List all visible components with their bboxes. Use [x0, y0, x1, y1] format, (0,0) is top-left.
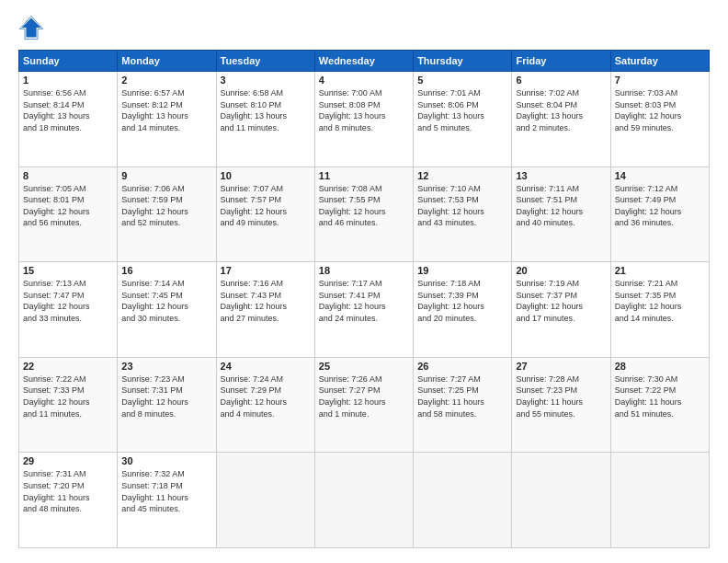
calendar-cell: 2Sunrise: 6:57 AMSunset: 8:12 PMDaylight…: [118, 72, 216, 167]
day-info: Sunrise: 7:19 AMSunset: 7:37 PMDaylight:…: [516, 278, 606, 324]
calendar-cell: 30Sunrise: 7:32 AMSunset: 7:18 PMDayligh…: [118, 453, 216, 548]
day-info: Sunrise: 7:30 AMSunset: 7:22 PMDaylight:…: [615, 373, 705, 419]
day-number: 13: [516, 170, 606, 181]
calendar-cell: 13Sunrise: 7:11 AMSunset: 7:51 PMDayligh…: [512, 167, 610, 262]
day-info: Sunrise: 7:08 AMSunset: 7:55 PMDaylight:…: [319, 183, 409, 229]
day-info: Sunrise: 6:56 AMSunset: 8:14 PMDaylight:…: [23, 87, 113, 133]
day-info: Sunrise: 7:18 AMSunset: 7:39 PMDaylight:…: [417, 278, 507, 324]
day-number: 7: [615, 75, 705, 86]
day-info: Sunrise: 7:22 AMSunset: 7:33 PMDaylight:…: [23, 373, 113, 419]
logo-icon: [18, 15, 44, 40]
calendar-table: Sunday Monday Tuesday Wednesday Thursday…: [18, 50, 710, 548]
header: [18, 15, 710, 40]
col-tuesday: Tuesday: [216, 51, 314, 72]
calendar-row: 29Sunrise: 7:31 AMSunset: 7:20 PMDayligh…: [19, 453, 710, 548]
calendar-cell: 29Sunrise: 7:31 AMSunset: 7:20 PMDayligh…: [19, 453, 118, 548]
col-friday: Friday: [512, 51, 610, 72]
day-number: 29: [23, 455, 113, 466]
header-row: Sunday Monday Tuesday Wednesday Thursday…: [19, 51, 710, 72]
day-info: Sunrise: 7:32 AMSunset: 7:18 PMDaylight:…: [121, 468, 211, 514]
day-info: Sunrise: 7:14 AMSunset: 7:45 PMDaylight:…: [121, 278, 211, 324]
day-number: 22: [23, 361, 113, 372]
day-info: Sunrise: 7:31 AMSunset: 7:20 PMDaylight:…: [23, 468, 113, 514]
calendar-cell: 1Sunrise: 6:56 AMSunset: 8:14 PMDaylight…: [19, 72, 118, 167]
day-number: 26: [417, 361, 507, 372]
col-saturday: Saturday: [610, 51, 709, 72]
calendar-cell: 7Sunrise: 7:03 AMSunset: 8:03 PMDaylight…: [610, 72, 709, 167]
day-info: Sunrise: 7:23 AMSunset: 7:31 PMDaylight:…: [121, 373, 211, 419]
calendar-cell: [512, 453, 610, 548]
day-info: Sunrise: 7:16 AMSunset: 7:43 PMDaylight:…: [221, 278, 311, 324]
day-number: 6: [516, 75, 606, 86]
day-info: Sunrise: 7:12 AMSunset: 7:49 PMDaylight:…: [615, 183, 705, 229]
day-number: 15: [23, 265, 113, 276]
day-info: Sunrise: 7:00 AMSunset: 8:08 PMDaylight:…: [319, 87, 409, 133]
calendar-cell: 25Sunrise: 7:26 AMSunset: 7:27 PMDayligh…: [314, 357, 413, 453]
col-wednesday: Wednesday: [314, 51, 413, 72]
day-info: Sunrise: 6:57 AMSunset: 8:12 PMDaylight:…: [121, 87, 211, 133]
calendar-cell: 17Sunrise: 7:16 AMSunset: 7:43 PMDayligh…: [216, 262, 314, 358]
calendar-cell: [314, 453, 413, 548]
day-number: 9: [121, 170, 211, 181]
calendar-row: 15Sunrise: 7:13 AMSunset: 7:47 PMDayligh…: [19, 262, 710, 358]
calendar-cell: 21Sunrise: 7:21 AMSunset: 7:35 PMDayligh…: [610, 262, 709, 358]
day-info: Sunrise: 7:01 AMSunset: 8:06 PMDaylight:…: [417, 87, 507, 133]
col-sunday: Sunday: [19, 51, 118, 72]
day-number: 16: [121, 265, 211, 276]
calendar-cell: 4Sunrise: 7:00 AMSunset: 8:08 PMDaylight…: [314, 72, 413, 167]
day-number: 3: [221, 75, 311, 86]
calendar-cell: 18Sunrise: 7:17 AMSunset: 7:41 PMDayligh…: [314, 262, 413, 358]
calendar-cell: [610, 453, 709, 548]
day-info: Sunrise: 7:03 AMSunset: 8:03 PMDaylight:…: [615, 87, 705, 133]
calendar-cell: [216, 453, 314, 548]
page: Sunday Monday Tuesday Wednesday Thursday…: [0, 0, 728, 563]
day-number: 17: [221, 265, 311, 276]
day-number: 30: [121, 455, 211, 466]
day-number: 27: [516, 361, 606, 372]
day-number: 18: [319, 265, 409, 276]
calendar-cell: 8Sunrise: 7:05 AMSunset: 8:01 PMDaylight…: [19, 167, 118, 262]
col-monday: Monday: [118, 51, 216, 72]
calendar-cell: 14Sunrise: 7:12 AMSunset: 7:49 PMDayligh…: [610, 167, 709, 262]
day-number: 12: [417, 170, 507, 181]
day-number: 21: [615, 265, 705, 276]
calendar-cell: 19Sunrise: 7:18 AMSunset: 7:39 PMDayligh…: [414, 262, 512, 358]
calendar-cell: 15Sunrise: 7:13 AMSunset: 7:47 PMDayligh…: [19, 262, 118, 358]
day-number: 10: [221, 170, 311, 181]
day-number: 1: [23, 75, 113, 86]
day-info: Sunrise: 7:07 AMSunset: 7:57 PMDaylight:…: [221, 183, 311, 229]
day-number: 28: [615, 361, 705, 372]
day-info: Sunrise: 7:05 AMSunset: 8:01 PMDaylight:…: [23, 183, 113, 229]
day-info: Sunrise: 7:10 AMSunset: 7:53 PMDaylight:…: [417, 183, 507, 229]
calendar-cell: 27Sunrise: 7:28 AMSunset: 7:23 PMDayligh…: [512, 357, 610, 453]
calendar-cell: 16Sunrise: 7:14 AMSunset: 7:45 PMDayligh…: [118, 262, 216, 358]
day-number: 20: [516, 265, 606, 276]
calendar-cell: 10Sunrise: 7:07 AMSunset: 7:57 PMDayligh…: [216, 167, 314, 262]
day-number: 8: [23, 170, 113, 181]
day-number: 11: [319, 170, 409, 181]
day-info: Sunrise: 7:13 AMSunset: 7:47 PMDaylight:…: [23, 278, 113, 324]
calendar-cell: 11Sunrise: 7:08 AMSunset: 7:55 PMDayligh…: [314, 167, 413, 262]
calendar-cell: 24Sunrise: 7:24 AMSunset: 7:29 PMDayligh…: [216, 357, 314, 453]
calendar-row: 22Sunrise: 7:22 AMSunset: 7:33 PMDayligh…: [19, 357, 710, 453]
calendar-cell: 22Sunrise: 7:22 AMSunset: 7:33 PMDayligh…: [19, 357, 118, 453]
calendar-row: 8Sunrise: 7:05 AMSunset: 8:01 PMDaylight…: [19, 167, 710, 262]
calendar-cell: 28Sunrise: 7:30 AMSunset: 7:22 PMDayligh…: [610, 357, 709, 453]
calendar-cell: 12Sunrise: 7:10 AMSunset: 7:53 PMDayligh…: [414, 167, 512, 262]
day-info: Sunrise: 6:58 AMSunset: 8:10 PMDaylight:…: [221, 87, 311, 133]
calendar-cell: 5Sunrise: 7:01 AMSunset: 8:06 PMDaylight…: [414, 72, 512, 167]
day-number: 2: [121, 75, 211, 86]
calendar-cell: 26Sunrise: 7:27 AMSunset: 7:25 PMDayligh…: [414, 357, 512, 453]
calendar-cell: 3Sunrise: 6:58 AMSunset: 8:10 PMDaylight…: [216, 72, 314, 167]
col-thursday: Thursday: [414, 51, 512, 72]
day-number: 5: [417, 75, 507, 86]
day-number: 14: [615, 170, 705, 181]
day-number: 24: [221, 361, 311, 372]
logo: [18, 15, 48, 40]
calendar-cell: 23Sunrise: 7:23 AMSunset: 7:31 PMDayligh…: [118, 357, 216, 453]
calendar-row: 1Sunrise: 6:56 AMSunset: 8:14 PMDaylight…: [19, 72, 710, 167]
day-info: Sunrise: 7:27 AMSunset: 7:25 PMDaylight:…: [417, 373, 507, 419]
calendar-cell: 9Sunrise: 7:06 AMSunset: 7:59 PMDaylight…: [118, 167, 216, 262]
calendar-cell: 20Sunrise: 7:19 AMSunset: 7:37 PMDayligh…: [512, 262, 610, 358]
day-number: 19: [417, 265, 507, 276]
